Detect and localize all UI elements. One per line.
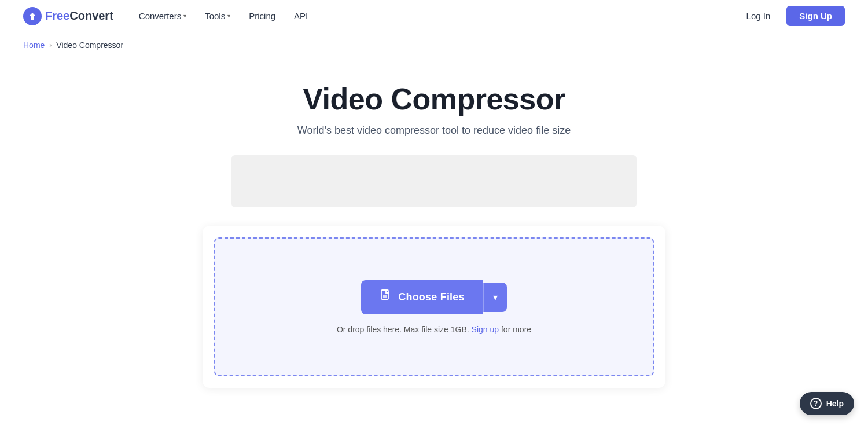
upload-dropzone[interactable]: Choose Files ▾ Or drop files here. Max f… xyxy=(214,237,654,376)
navbar: FreeConvert Converters ▾ Tools ▾ Pricing… xyxy=(0,0,868,32)
choose-files-dropdown-button[interactable]: ▾ xyxy=(483,283,507,312)
main-content: Video Compressor World's best video comp… xyxy=(0,58,868,388)
breadcrumb-home-link[interactable]: Home xyxy=(23,41,45,50)
nav-tools[interactable]: Tools ▾ xyxy=(198,6,237,25)
dropdown-chevron-icon: ▾ xyxy=(493,292,498,303)
navbar-right: Log In Sign Up xyxy=(740,6,845,26)
page-subtitle: World's best video compressor tool to re… xyxy=(297,124,571,137)
help-icon: ? xyxy=(810,398,822,409)
tools-chevron-icon: ▾ xyxy=(227,13,230,19)
breadcrumb: Home › Video Compressor xyxy=(0,32,868,58)
svg-rect-1 xyxy=(381,290,388,299)
choose-files-row: Choose Files ▾ xyxy=(361,280,506,314)
converters-chevron-icon: ▾ xyxy=(183,13,186,19)
logo-text: FreeConvert xyxy=(45,9,113,23)
logo-icon xyxy=(23,7,42,25)
nav-pricing[interactable]: Pricing xyxy=(242,6,282,25)
breadcrumb-current: Video Compressor xyxy=(56,41,123,50)
file-icon xyxy=(380,289,392,305)
navbar-left: FreeConvert Converters ▾ Tools ▾ Pricing… xyxy=(23,6,315,25)
login-button[interactable]: Log In xyxy=(740,6,778,25)
choose-files-button[interactable]: Choose Files xyxy=(361,280,483,314)
signup-button[interactable]: Sign Up xyxy=(786,6,845,26)
nav-links: Converters ▾ Tools ▾ Pricing API xyxy=(132,6,315,25)
nav-converters[interactable]: Converters ▾ xyxy=(132,6,193,25)
upload-card: Choose Files ▾ Or drop files here. Max f… xyxy=(203,226,665,388)
logo[interactable]: FreeConvert xyxy=(23,7,113,25)
breadcrumb-separator-icon: › xyxy=(49,41,52,49)
signup-link[interactable]: Sign up xyxy=(472,325,499,334)
drop-hint: Or drop files here. Max file size 1GB. S… xyxy=(337,325,531,334)
nav-api[interactable]: API xyxy=(287,6,315,25)
page-title: Video Compressor xyxy=(303,82,565,116)
file-svg-icon xyxy=(380,289,392,302)
banner-area xyxy=(231,155,637,207)
help-button[interactable]: ? Help xyxy=(800,392,854,415)
